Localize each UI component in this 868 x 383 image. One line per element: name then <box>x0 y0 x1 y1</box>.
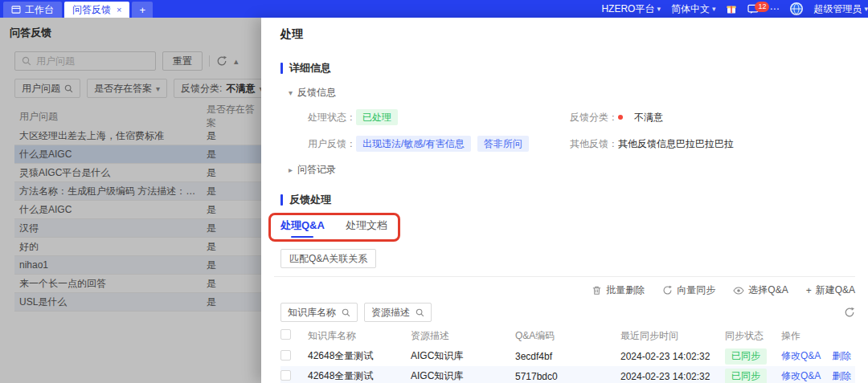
qa-table-header: 知识库名称 资源描述 Q&A编码 最近同步时间 同步状态 操作 <box>280 325 855 346</box>
edit-qa-link[interactable]: 修改Q&A <box>781 369 821 383</box>
table-toolbar: 批量删除 向量同步 选择Q&A + 新建Q&A <box>261 283 855 297</box>
divider <box>274 276 855 277</box>
sync-time-cell: 2024-02-23 14:02:32 <box>620 371 725 382</box>
plus-icon: + <box>806 285 812 296</box>
chevron-expanded-icon: ▾ <box>289 88 293 97</box>
qa-table-body: 42648全量测试 AIGC知识库 3ecdf4bf 2024-02-23 14… <box>280 346 855 383</box>
table-row: 42648全量测试 AIGC知识库 5717bdc0 2024-02-23 14… <box>280 366 855 383</box>
more-icon[interactable]: ⋯ <box>769 3 780 14</box>
sync-status-badge: 已同步 <box>725 369 767 383</box>
field-user-feedback: 用户反馈 出现违法/敏感/有害信息 答非所问 <box>305 136 567 152</box>
delete-link[interactable]: 删除 <box>832 369 851 383</box>
app-window: 工作台 问答反馈 × + HZERO平台 ▾ 简体中文 ▾ <box>0 0 868 383</box>
qa-record-toggle[interactable]: ▸ 问答记录 <box>289 163 868 177</box>
resource-desc-filter-input[interactable]: 资源描述 <box>364 303 432 322</box>
select-all-checkbox[interactable] <box>280 329 291 340</box>
sync-icon <box>662 285 673 295</box>
resource-desc-cell: AIGC知识库 <box>411 349 515 363</box>
kb-name-cell: 42648全量测试 <box>308 349 411 363</box>
select-qa-button[interactable]: 选择Q&A <box>733 283 788 297</box>
feedback-info-toggle[interactable]: ▾ 反馈信息 <box>289 86 868 100</box>
field-other-feedback: 其他反馈 其他反馈信息巴拉巴拉巴拉 <box>567 136 868 152</box>
match-qa-relation-button[interactable]: 匹配Q&A关联关系 <box>280 249 376 268</box>
sync-time-cell: 2024-02-23 14:02:32 <box>620 351 725 362</box>
section-detail-info: 详细信息 <box>280 61 868 75</box>
sync-status-badge: 已同步 <box>725 348 767 365</box>
tab-qa-feedback[interactable]: 问答反馈 × <box>64 2 129 18</box>
top-navigation-bar: 工作台 问答反馈 × + HZERO平台 ▾ 简体中文 ▾ <box>0 0 868 18</box>
tab-process-doc[interactable]: 处理文档 <box>346 218 387 238</box>
eye-icon <box>733 286 744 295</box>
row-checkbox[interactable] <box>280 370 291 381</box>
table-filter-row: 知识库名称 资源描述 <box>280 303 855 322</box>
vector-sync-button[interactable]: 向量同步 <box>662 283 715 297</box>
refresh-table-icon[interactable] <box>844 307 855 318</box>
tab-workbench-label: 工作台 <box>25 3 54 17</box>
delete-link[interactable]: 删除 <box>832 349 851 363</box>
tab-process-qa[interactable]: 处理Q&A <box>280 218 325 238</box>
user-menu[interactable]: 超级管理员 ▾ <box>813 2 868 16</box>
tab-qa-feedback-label: 问答反馈 <box>72 3 111 17</box>
search-icon <box>342 308 350 317</box>
gift-icon[interactable] <box>726 3 737 14</box>
process-drawer: 处理 详细信息 ▾ 反馈信息 处理状态 已处理 反馈分类 不满意 用户反馈 出现… <box>261 18 868 383</box>
window-icon <box>11 5 21 14</box>
tab-workbench[interactable]: 工作台 <box>3 2 62 18</box>
feedback-tag: 答非所问 <box>477 136 529 152</box>
feedback-fields: 处理状态 已处理 反馈分类 不满意 用户反馈 出现违法/敏感/有害信息 答非所问… <box>305 109 868 152</box>
edit-qa-link[interactable]: 修改Q&A <box>781 349 821 363</box>
drawer-title: 处理 <box>261 18 868 42</box>
chevron-down-icon: ▾ <box>864 5 868 13</box>
red-dot-icon <box>618 115 623 120</box>
modal-mask[interactable] <box>0 18 261 383</box>
field-status: 处理状态 已处理 <box>305 109 567 125</box>
row-checkbox[interactable] <box>280 350 291 361</box>
create-qa-button[interactable]: + 新建Q&A <box>806 283 855 297</box>
avatar[interactable] <box>790 2 803 15</box>
chevron-down-icon: ▾ <box>657 5 661 13</box>
topbar-right-menu: HZERO平台 ▾ 简体中文 ▾ 12 ⋯ 超级管理员 ▾ <box>601 0 868 18</box>
batch-delete-button[interactable]: 批量删除 <box>592 283 645 297</box>
qa-feedback-list-panel: 问答反馈 重置 ▴ 用户问题 是否存在答案 <box>0 18 261 383</box>
qa-relation-table: 知识库名称 资源描述 Q&A编码 最近同步时间 同步状态 操作 42648全量测… <box>280 325 855 383</box>
search-icon <box>416 308 424 317</box>
section-feedback-process: 反馈处理 <box>280 193 868 207</box>
tab-strip: 工作台 问答反馈 × + <box>0 0 153 18</box>
table-row: 42648全量测试 AIGC知识库 3ecdf4bf 2024-02-23 14… <box>280 346 855 366</box>
chevron-collapsed-icon: ▸ <box>289 165 293 174</box>
trash-icon <box>592 285 602 295</box>
kb-name-cell: 42648全量测试 <box>308 369 411 383</box>
qa-code-cell: 3ecdf4bf <box>515 351 620 362</box>
new-tab-button[interactable]: + <box>132 2 153 18</box>
feedback-tag: 出现违法/敏感/有害信息 <box>356 136 471 152</box>
qa-code-cell: 5717bdc0 <box>515 371 620 382</box>
kb-name-filter-input[interactable]: 知识库名称 <box>280 303 358 322</box>
resource-desc-cell: AIGC知识库 <box>411 369 515 383</box>
notification-badge: 12 <box>755 2 769 12</box>
close-icon[interactable]: × <box>117 5 121 14</box>
process-tabs: 处理Q&A 处理文档 <box>280 218 387 244</box>
status-badge: 已处理 <box>356 109 398 125</box>
language-menu[interactable]: 简体中文 ▾ <box>671 2 716 16</box>
messages-button[interactable]: 12 <box>747 4 759 14</box>
field-category: 反馈分类 不满意 <box>567 109 868 125</box>
platform-menu[interactable]: HZERO平台 ▾ <box>601 2 661 16</box>
chevron-down-icon: ▾ <box>712 5 716 13</box>
